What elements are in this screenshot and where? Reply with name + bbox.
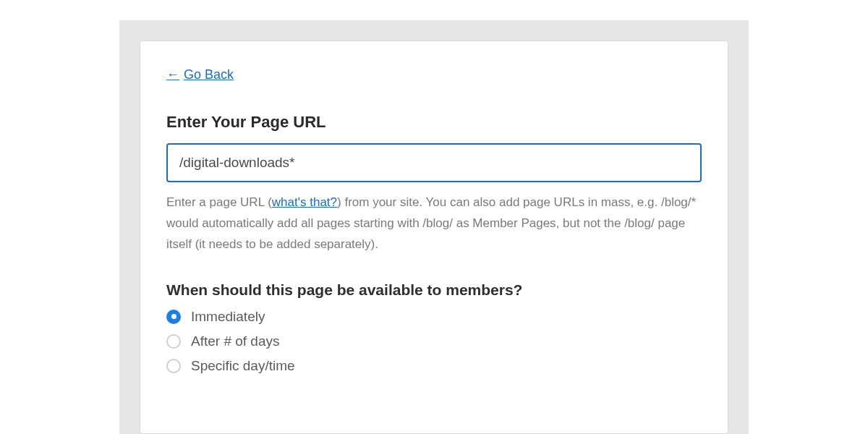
url-help-text: Enter a page URL (what's that?) from you… xyxy=(166,192,702,255)
radio-option-after-days[interactable]: After # of days xyxy=(166,333,702,349)
help-prefix: Enter a page URL ( xyxy=(166,195,272,209)
page-url-input[interactable] xyxy=(166,143,702,182)
go-back-label: Go Back xyxy=(184,67,234,82)
whats-that-link[interactable]: what's that? xyxy=(272,195,337,209)
url-heading: Enter Your Page URL xyxy=(166,113,702,132)
availability-heading: When should this page be available to me… xyxy=(166,281,702,299)
availability-radio-group: Immediately After # of days Specific day… xyxy=(166,309,702,374)
go-back-link[interactable]: ← Go Back xyxy=(166,67,234,82)
radio-icon-unselected xyxy=(166,334,181,349)
arrow-left-icon: ← xyxy=(166,67,179,82)
radio-icon-unselected xyxy=(166,359,181,373)
radio-icon-selected xyxy=(166,310,181,324)
radio-label: After # of days xyxy=(191,333,280,349)
radio-label: Immediately xyxy=(191,309,265,325)
radio-option-immediately[interactable]: Immediately xyxy=(166,309,702,325)
page-background: ← Go Back Enter Your Page URL Enter a pa… xyxy=(119,20,749,434)
form-card: ← Go Back Enter Your Page URL Enter a pa… xyxy=(140,41,728,434)
radio-label: Specific day/time xyxy=(191,358,295,374)
radio-option-specific-day[interactable]: Specific day/time xyxy=(166,358,702,374)
